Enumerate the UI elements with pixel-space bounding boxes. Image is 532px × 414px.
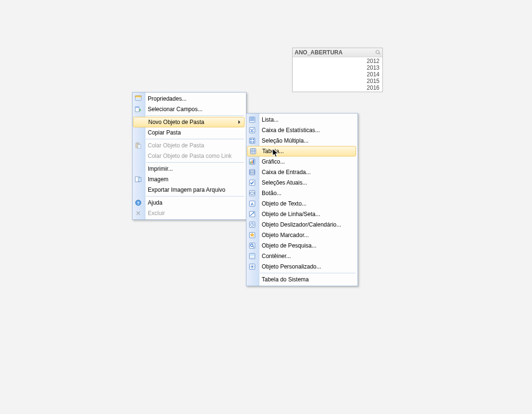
menu-label: Objeto Marcador... [262,232,309,238]
menu-label: Imprimir... [148,166,173,172]
submenu-tabela[interactable]: Tabela... [247,146,356,156]
listbox-header[interactable]: ANO_ABERTURA [293,48,382,57]
fields-icon [134,105,142,113]
menu-copiar-pasta[interactable]: Copiar Pasta [133,127,245,138]
table-icon [249,147,257,155]
submenu-tabela-do-sistema[interactable]: Tabela do Sistema [246,274,357,285]
menu-separator [146,196,244,197]
menu-label: Seleções Atuais... [262,179,307,186]
menu-selecionar-campos[interactable]: Selecionar Campos... [133,104,245,114]
menu-label: Contêiner... [262,253,291,259]
menu-label: Exportar Imagem para Arquivo [148,186,225,193]
submenu-grafico[interactable]: Gráfico... [246,156,357,167]
menu-label: Propriedades... [148,95,186,102]
menu-imprimir[interactable]: Imprimir... [133,164,245,174]
menu-label: Objeto de Linha/Seta... [262,211,320,217]
menu-label: Ajuda [148,199,163,206]
submenu-objeto-de-linha-seta[interactable]: Objeto de Linha/Seta... [246,209,357,219]
selections-icon [248,179,256,186]
context-menu-main[interactable]: Propriedades... Selecionar Campos... Nov… [132,92,246,220]
submenu-selecoes-atuais[interactable]: Seleções Atuais... [246,177,357,188]
list-icon [248,116,256,124]
menu-label: Novo Objeto de Pasta [148,119,204,125]
menu-label: Excluir [148,210,165,217]
submenu-lista[interactable]: Lista... [246,114,357,125]
submenu-conteiner[interactable]: Contêiner... [246,251,357,261]
paste-icon [134,142,142,149]
svg-rect-15 [250,119,255,120]
listbox-value[interactable]: 2013 [293,64,382,71]
submenu-selecao-multipla[interactable]: Seleção Múltipla... [246,135,357,146]
svg-text:A: A [251,202,254,207]
submenu-caixa-de-estatisticas[interactable]: Caixa de Estatísticas... [246,125,357,135]
svg-rect-6 [137,143,139,144]
listbox-value[interactable]: 2012 [293,58,382,64]
context-menu-novo-objeto[interactable]: Lista... Caixa de Estatísticas... Seleçã… [246,113,358,286]
submenu-objeto-de-pesquisa[interactable]: Objeto de Pesquisa... [246,240,357,251]
menu-separator [146,115,244,116]
listbox-value[interactable]: 2014 [293,71,382,78]
slider-icon [248,221,256,228]
listbox-ano-abertura[interactable]: ANO_ABERTURA 2012 2013 2014 2015 2016 [292,48,383,92]
menu-label: Colar Objeto de Pasta como Link [148,153,232,159]
chart-icon [248,158,256,166]
svg-rect-2 [136,98,141,100]
svg-text:?: ? [137,201,139,206]
svg-rect-28 [249,169,255,175]
svg-rect-44 [250,257,255,259]
svg-rect-27 [253,160,254,164]
menu-separator [146,162,244,163]
listbox-value[interactable]: 2016 [293,84,382,91]
submenu-objeto-de-texto[interactable]: A Objeto de Texto... [246,198,357,209]
svg-rect-16 [250,120,255,121]
menu-novo-objeto-de-pasta[interactable]: Novo Objeto de Pasta [133,117,245,127]
svg-rect-19 [250,139,252,141]
menu-label: Gráfico... [262,158,285,165]
menu-colar-objeto-de-pasta-como-link: Colar Objeto de Pasta como Link [133,151,245,161]
text-icon: A [248,200,256,207]
search-icon[interactable] [376,50,380,55]
svg-rect-22 [253,141,255,143]
menu-ajuda[interactable]: ? Ajuda [133,197,245,208]
svg-rect-33 [250,192,255,194]
menu-propriedades[interactable]: Propriedades... [133,93,245,104]
menu-label: Colar Objeto de Pasta [148,142,204,149]
menu-imagem[interactable]: Imagem [133,174,245,185]
listbox-values: 2012 2013 2014 2015 2016 [293,57,382,92]
submenu-botao[interactable]: Botão... [246,188,357,198]
svg-rect-1 [135,96,141,97]
menu-label: Tabela... [262,148,284,155]
input-icon [248,168,256,176]
delete-icon [134,209,142,217]
svg-rect-23 [250,148,256,154]
image-icon [134,176,142,183]
svg-rect-26 [252,160,253,164]
menu-label: Caixa de Estatísticas... [262,127,320,134]
search-icon [248,242,256,249]
menu-exportar-imagem-para-arquivo[interactable]: Exportar Imagem para Arquivo [133,185,245,195]
menu-label: Lista... [262,116,278,123]
menu-excluir: Excluir [133,208,245,218]
menu-label: Objeto Deslizador/Calendário... [262,221,341,228]
submenu-objeto-deslizador-calendario[interactable]: Objeto Deslizador/Calendário... [246,219,357,230]
menu-colar-objeto-de-pasta: Colar Objeto de Pasta [133,140,245,151]
listbox-value[interactable]: 2015 [293,78,382,84]
submenu-objeto-personalizado[interactable]: Objeto Personalizado... [246,261,357,272]
menu-label: Copiar Pasta [148,129,181,136]
chevron-right-icon [238,120,240,124]
svg-rect-10 [139,178,141,181]
svg-rect-7 [138,145,141,148]
menu-label: Selecionar Campos... [148,106,203,113]
menu-separator [146,139,244,139]
line-icon [248,210,256,218]
properties-icon [134,95,142,103]
menu-label: Objeto Personalizado... [262,263,321,270]
multisel-icon [248,137,256,145]
help-icon: ? [134,199,142,207]
custom-icon [248,263,256,270]
listbox-title: ANO_ABERTURA [295,48,343,57]
svg-rect-21 [250,141,252,143]
menu-label: Botão... [262,190,281,197]
submenu-objeto-marcador[interactable]: Objeto Marcador... [246,230,357,240]
submenu-caixa-de-entrada[interactable]: Caixa de Entrada... [246,167,357,177]
